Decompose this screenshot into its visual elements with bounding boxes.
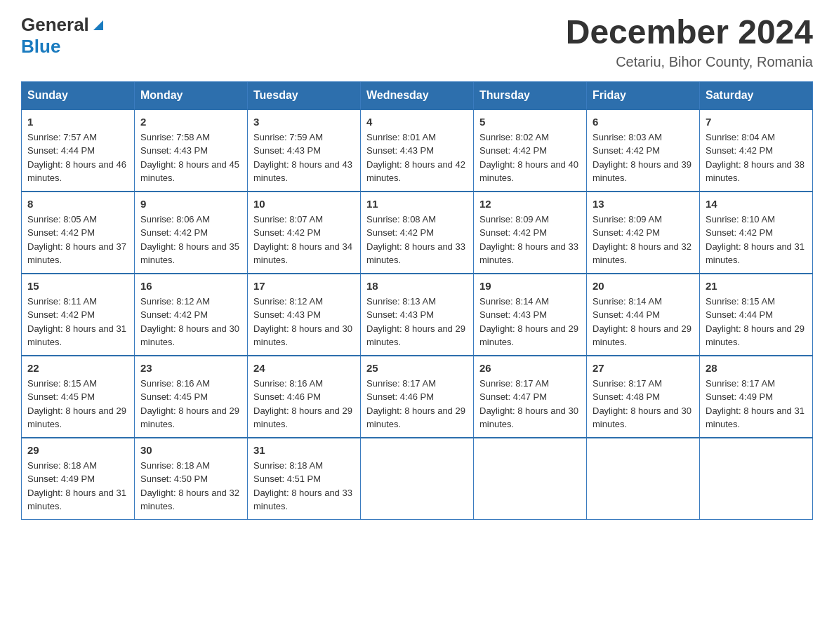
calendar-title-area: December 2024 Cetariu, Bihor County, Rom… [566,14,813,70]
day-info: Sunrise: 8:04 AMSunset: 4:42 PMDaylight:… [706,130,807,185]
day-number: 15 [27,280,128,292]
day-number: 16 [140,280,241,292]
day-info: Sunrise: 8:13 AMSunset: 4:43 PMDaylight:… [366,295,468,349]
day-number: 22 [27,362,128,374]
table-row: 17Sunrise: 8:12 AMSunset: 4:43 PMDayligh… [248,274,361,356]
week-row-4: 22Sunrise: 8:15 AMSunset: 4:45 PMDayligh… [22,356,813,438]
day-number: 18 [366,280,468,292]
calendar-table: Sunday Monday Tuesday Wednesday Thursday… [21,81,813,520]
day-info: Sunrise: 8:17 AMSunset: 4:47 PMDaylight:… [479,377,581,431]
table-row: 25Sunrise: 8:17 AMSunset: 4:46 PMDayligh… [361,356,474,438]
table-row: 11Sunrise: 8:08 AMSunset: 4:42 PMDayligh… [361,192,474,274]
day-info: Sunrise: 8:06 AMSunset: 4:42 PMDaylight:… [140,213,241,267]
logo-triangle-icon [91,18,106,33]
table-row: 9Sunrise: 8:06 AMSunset: 4:42 PMDaylight… [135,192,248,274]
col-wednesday: Wednesday [361,81,474,109]
logo-general-text: General [21,14,89,36]
day-info: Sunrise: 8:15 AMSunset: 4:44 PMDaylight:… [706,295,807,349]
table-row: 13Sunrise: 8:09 AMSunset: 4:42 PMDayligh… [587,192,700,274]
week-row-5: 29Sunrise: 8:18 AMSunset: 4:49 PMDayligh… [22,438,813,520]
table-row: 23Sunrise: 8:16 AMSunset: 4:45 PMDayligh… [135,356,248,438]
table-row: 7Sunrise: 8:04 AMSunset: 4:42 PMDaylight… [700,109,813,192]
day-number: 20 [593,280,694,292]
day-number: 1 [27,116,128,128]
col-monday: Monday [135,81,248,109]
table-row: 29Sunrise: 8:18 AMSunset: 4:49 PMDayligh… [22,438,135,520]
day-info: Sunrise: 8:17 AMSunset: 4:49 PMDaylight:… [706,377,807,431]
day-number: 28 [706,362,807,374]
day-info: Sunrise: 8:07 AMSunset: 4:42 PMDaylight:… [253,213,355,267]
week-row-3: 15Sunrise: 8:11 AMSunset: 4:42 PMDayligh… [22,274,813,356]
table-row: 14Sunrise: 8:10 AMSunset: 4:42 PMDayligh… [700,192,813,274]
table-row: 20Sunrise: 8:14 AMSunset: 4:44 PMDayligh… [587,274,700,356]
table-row: 22Sunrise: 8:15 AMSunset: 4:45 PMDayligh… [22,356,135,438]
table-row: 6Sunrise: 8:03 AMSunset: 4:42 PMDaylight… [587,109,700,192]
table-row: 30Sunrise: 8:18 AMSunset: 4:50 PMDayligh… [135,438,248,520]
day-info: Sunrise: 8:03 AMSunset: 4:42 PMDaylight:… [593,130,694,185]
table-row: 12Sunrise: 8:09 AMSunset: 4:42 PMDayligh… [474,192,587,274]
day-number: 29 [27,444,128,456]
table-row: 16Sunrise: 8:12 AMSunset: 4:42 PMDayligh… [135,274,248,356]
table-row: 8Sunrise: 8:05 AMSunset: 4:42 PMDaylight… [22,192,135,274]
day-info: Sunrise: 8:08 AMSunset: 4:42 PMDaylight:… [366,213,468,267]
table-row: 4Sunrise: 8:01 AMSunset: 4:43 PMDaylight… [361,109,474,192]
day-info: Sunrise: 8:14 AMSunset: 4:43 PMDaylight:… [479,295,581,349]
day-info: Sunrise: 8:05 AMSunset: 4:42 PMDaylight:… [27,213,128,267]
day-info: Sunrise: 8:18 AMSunset: 4:50 PMDaylight:… [140,459,241,514]
table-row: 19Sunrise: 8:14 AMSunset: 4:43 PMDayligh… [474,274,587,356]
day-info: Sunrise: 8:09 AMSunset: 4:42 PMDaylight:… [593,213,694,267]
table-row: 28Sunrise: 8:17 AMSunset: 4:49 PMDayligh… [700,356,813,438]
day-info: Sunrise: 8:14 AMSunset: 4:44 PMDaylight:… [593,295,694,349]
day-info: Sunrise: 8:11 AMSunset: 4:42 PMDaylight:… [27,295,128,349]
day-info: Sunrise: 7:57 AMSunset: 4:44 PMDaylight:… [27,130,128,185]
day-number: 3 [253,116,355,128]
day-number: 2 [140,116,241,128]
day-info: Sunrise: 8:18 AMSunset: 4:49 PMDaylight:… [27,459,128,514]
day-number: 25 [366,362,468,374]
day-number: 5 [479,116,581,128]
day-number: 8 [27,198,128,210]
day-info: Sunrise: 8:17 AMSunset: 4:48 PMDaylight:… [593,377,694,431]
day-number: 11 [366,198,468,210]
table-row: 31Sunrise: 8:18 AMSunset: 4:51 PMDayligh… [248,438,361,520]
table-row: 2Sunrise: 7:58 AMSunset: 4:43 PMDaylight… [135,109,248,192]
logo-blue-text: Blue [21,36,60,57]
day-info: Sunrise: 8:10 AMSunset: 4:42 PMDaylight:… [706,213,807,267]
day-number: 7 [706,116,807,128]
day-info: Sunrise: 8:12 AMSunset: 4:42 PMDaylight:… [140,295,241,349]
day-number: 9 [140,198,241,210]
col-sunday: Sunday [22,81,135,109]
week-row-1: 1Sunrise: 7:57 AMSunset: 4:44 PMDaylight… [22,109,813,192]
day-info: Sunrise: 8:17 AMSunset: 4:46 PMDaylight:… [366,377,468,431]
day-number: 13 [593,198,694,210]
day-number: 4 [366,116,468,128]
day-info: Sunrise: 8:09 AMSunset: 4:42 PMDaylight:… [479,213,581,267]
day-info: Sunrise: 8:02 AMSunset: 4:42 PMDaylight:… [479,130,581,185]
day-number: 26 [479,362,581,374]
col-friday: Friday [587,81,700,109]
month-title: December 2024 [566,14,813,51]
col-saturday: Saturday [700,81,813,109]
table-row: 5Sunrise: 8:02 AMSunset: 4:42 PMDaylight… [474,109,587,192]
week-row-2: 8Sunrise: 8:05 AMSunset: 4:42 PMDaylight… [22,192,813,274]
col-thursday: Thursday [474,81,587,109]
logo: General Blue [21,14,106,58]
table-row: 15Sunrise: 8:11 AMSunset: 4:42 PMDayligh… [22,274,135,356]
location-title: Cetariu, Bihor County, Romania [566,54,813,70]
days-of-week-row: Sunday Monday Tuesday Wednesday Thursday… [22,81,813,109]
day-info: Sunrise: 8:12 AMSunset: 4:43 PMDaylight:… [253,295,355,349]
table-row: 10Sunrise: 8:07 AMSunset: 4:42 PMDayligh… [248,192,361,274]
table-row: 27Sunrise: 8:17 AMSunset: 4:48 PMDayligh… [587,356,700,438]
day-info: Sunrise: 7:59 AMSunset: 4:43 PMDaylight:… [253,130,355,185]
table-row: 18Sunrise: 8:13 AMSunset: 4:43 PMDayligh… [361,274,474,356]
day-number: 10 [253,198,355,210]
day-info: Sunrise: 8:15 AMSunset: 4:45 PMDaylight:… [27,377,128,431]
day-info: Sunrise: 8:18 AMSunset: 4:51 PMDaylight:… [253,459,355,514]
day-number: 17 [253,280,355,292]
col-tuesday: Tuesday [248,81,361,109]
table-row: 3Sunrise: 7:59 AMSunset: 4:43 PMDaylight… [248,109,361,192]
day-number: 23 [140,362,241,374]
table-row: 26Sunrise: 8:17 AMSunset: 4:47 PMDayligh… [474,356,587,438]
table-row: 21Sunrise: 8:15 AMSunset: 4:44 PMDayligh… [700,274,813,356]
table-row [361,438,474,520]
